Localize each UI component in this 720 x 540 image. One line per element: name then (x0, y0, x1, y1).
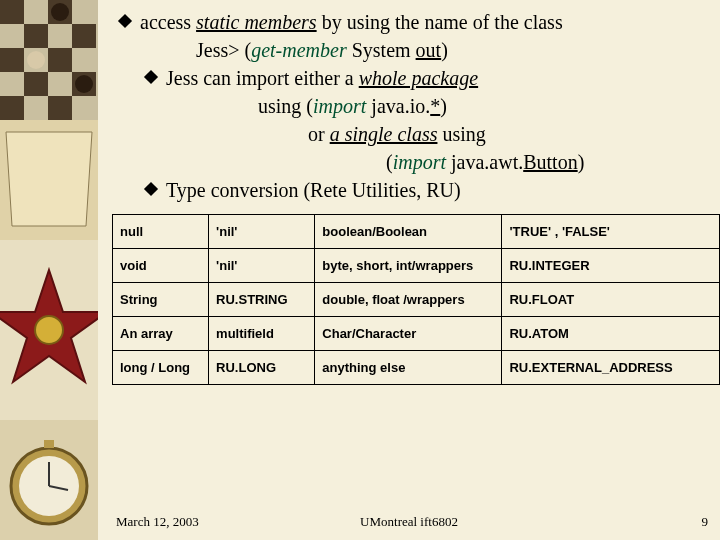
cell: null (113, 215, 209, 249)
svg-rect-6 (48, 48, 72, 72)
svg-rect-1 (0, 0, 24, 24)
cell: 'nil' (209, 249, 315, 283)
cell: RU.ATOM (502, 317, 720, 351)
cell: boolean/Boolean (315, 215, 502, 249)
svg-point-12 (27, 51, 45, 69)
bullet-list: access static members by using the name … (108, 8, 710, 204)
cell: multifield (209, 317, 315, 351)
text: Jess> ( (196, 39, 251, 61)
cell: 'nil' (209, 215, 315, 249)
bullet-3: Type conversion (Rete Utilities, RU) (146, 176, 710, 204)
bullet-2: Jess can import either a whole package (146, 64, 710, 92)
cell: 'TRUE' , 'FALSE' (502, 215, 720, 249)
cell: Char/Character (315, 317, 502, 351)
text: System (347, 39, 416, 61)
svg-rect-4 (72, 24, 96, 48)
cell: RU.INTEGER (502, 249, 720, 283)
cell: String (113, 283, 209, 317)
cell: double, float /wrappers (315, 283, 502, 317)
code-line-4: (import java.awt.Button) (386, 148, 710, 176)
text: whole package (359, 67, 478, 89)
table-row: String RU.STRING double, float /wrappers… (113, 283, 720, 317)
footer-center: UMontreal ift6802 (98, 514, 720, 530)
text: a single class (330, 123, 438, 145)
text: by using the name of the class (317, 11, 563, 33)
text: Type conversion (Rete Utilities, RU) (166, 176, 710, 204)
footer-page-number: 9 (702, 514, 709, 530)
cell: RU.EXTERNAL_ADDRESS (502, 351, 720, 385)
cell: void (113, 249, 209, 283)
text: import (393, 151, 446, 173)
text: * (430, 95, 440, 117)
decorative-sidebar (0, 0, 98, 540)
svg-rect-7 (24, 72, 48, 96)
cell: An array (113, 317, 209, 351)
text: java.awt. (446, 151, 523, 173)
text: static members (196, 11, 317, 33)
cell: RU.FLOAT (502, 283, 720, 317)
svg-rect-10 (48, 96, 72, 120)
cell: long / Long (113, 351, 209, 385)
text: Button (523, 151, 577, 173)
type-conversion-table: null 'nil' boolean/Boolean 'TRUE' , 'FAL… (112, 214, 720, 385)
slide-footer: March 12, 2003 UMontreal ift6802 9 (98, 510, 720, 530)
text: using (437, 123, 485, 145)
code-line-1: Jess> (get-member System out) (196, 36, 710, 64)
slide-content: access static members by using the name … (98, 0, 720, 540)
cell: anything else (315, 351, 502, 385)
svg-point-17 (35, 316, 63, 344)
text: import (313, 95, 366, 117)
svg-point-11 (51, 3, 69, 21)
text: get-member (251, 39, 347, 61)
table-row: An array multifield Char/Character RU.AT… (113, 317, 720, 351)
svg-rect-3 (24, 24, 48, 48)
diamond-icon (118, 14, 132, 28)
text: ( (386, 151, 393, 173)
code-line-2: using (import java.io.*) (258, 92, 710, 120)
cell: RU.LONG (209, 351, 315, 385)
diamond-icon (144, 70, 158, 84)
text: ) (578, 151, 585, 173)
cell: RU.STRING (209, 283, 315, 317)
text: ) (441, 39, 448, 61)
table-row: long / Long RU.LONG anything else RU.EXT… (113, 351, 720, 385)
bullet-1: access static members by using the name … (120, 8, 710, 36)
text: using ( (258, 95, 313, 117)
table-row: null 'nil' boolean/Boolean 'TRUE' , 'FAL… (113, 215, 720, 249)
cell: byte, short, int/wrappers (315, 249, 502, 283)
svg-rect-9 (0, 96, 24, 120)
svg-rect-5 (0, 48, 24, 72)
text: ) (440, 95, 447, 117)
svg-rect-23 (44, 440, 54, 448)
svg-point-13 (75, 75, 93, 93)
text: out (416, 39, 442, 61)
text: access (140, 11, 196, 33)
text: java.io. (366, 95, 430, 117)
diamond-icon (144, 182, 158, 196)
table-row: void 'nil' byte, short, int/wrappers RU.… (113, 249, 720, 283)
text: Jess can import either a (166, 67, 359, 89)
text-line-3: or a single class using (308, 120, 710, 148)
text: or (308, 123, 330, 145)
